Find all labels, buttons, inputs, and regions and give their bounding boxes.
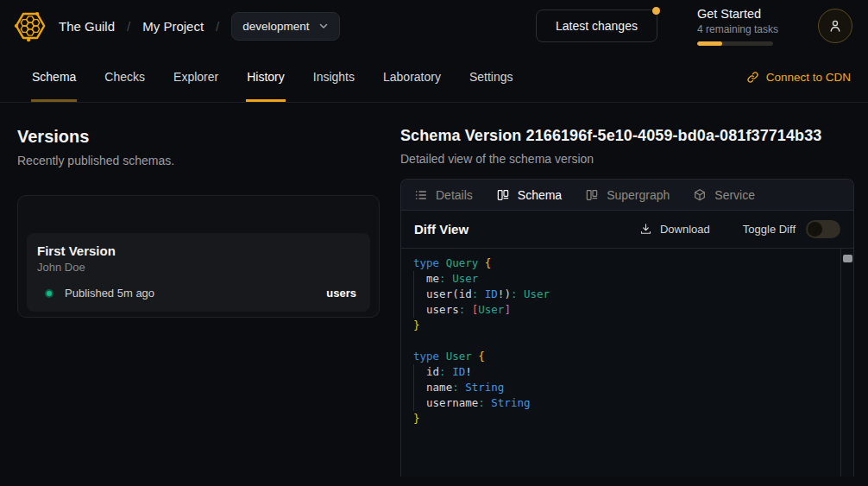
version-author: John Doe — [37, 261, 356, 274]
diff-view-toolbar: Diff View Download Toggle Diff — [401, 211, 853, 249]
versions-panel: Versions Recently published schemas. Fir… — [17, 127, 380, 477]
download-button[interactable]: Download — [639, 223, 710, 236]
breadcrumb-project[interactable]: My Project — [142, 19, 204, 34]
breadcrumb-org[interactable]: The Guild — [59, 19, 115, 34]
code-line: } — [413, 411, 841, 426]
nav-tab-history[interactable]: History — [246, 52, 286, 102]
detail-tab-schema[interactable]: Schema — [496, 188, 562, 202]
download-label: Download — [660, 223, 710, 236]
versions-subtitle: Recently published schemas. — [17, 154, 380, 167]
toggle-diff-knob — [808, 222, 822, 237]
nav-tab-list: SchemaChecksExplorerHistoryInsightsLabor… — [31, 52, 514, 102]
version-list-item[interactable]: First Version John Doe Published 5m ago … — [27, 233, 370, 312]
link-icon — [746, 71, 759, 84]
breadcrumb: The Guild / My Project / — [59, 19, 219, 34]
code-line: user(id: ID!): User — [413, 287, 841, 302]
download-icon — [639, 223, 652, 236]
notification-dot — [652, 7, 660, 15]
version-status: Published 5m ago — [65, 287, 154, 300]
environment-selector-value: development — [242, 20, 309, 33]
code-line: name: String — [413, 380, 841, 395]
get-started-progress-fill — [697, 41, 722, 46]
code-line: } — [413, 318, 841, 333]
code-line: id: ID! — [413, 364, 841, 380]
detail-tab-label: Details — [436, 188, 473, 202]
code-line: username: String — [413, 395, 841, 411]
columns-icon — [496, 188, 510, 202]
primary-nav: SchemaChecksExplorerHistoryInsightsLabor… — [0, 52, 868, 103]
chevron-down-icon — [318, 21, 329, 31]
get-started-subtitle: 4 remaining tasks — [697, 23, 778, 35]
columns-icon — [585, 188, 599, 202]
latest-changes-button[interactable]: Latest changes — [536, 9, 657, 42]
detail-tab-label: Schema — [518, 188, 562, 202]
code-scrollbar[interactable] — [840, 249, 853, 477]
versions-title: Versions — [17, 127, 380, 147]
schema-detail-card: DetailsSchemaSupergraphService Diff View… — [400, 179, 854, 477]
schema-version-subtitle: Detailed view of the schema version — [400, 152, 854, 166]
guild-logo-icon[interactable] — [14, 9, 47, 42]
environment-selector[interactable]: development — [231, 12, 339, 41]
nav-tab-laboratory[interactable]: Laboratory — [382, 52, 442, 102]
code-line: users: [User] — [413, 302, 841, 318]
person-icon — [827, 18, 843, 34]
user-avatar[interactable] — [818, 9, 852, 43]
service-tag: users — [326, 287, 356, 300]
toggle-diff-switch[interactable] — [806, 220, 840, 238]
app-header: The Guild / My Project / development Lat… — [0, 0, 868, 52]
latest-changes-label: Latest changes — [556, 19, 638, 33]
toggle-diff-label: Toggle Diff — [743, 223, 796, 236]
version-name: First Version — [37, 243, 356, 258]
indent-guide — [413, 271, 414, 318]
indent-guide — [413, 364, 414, 411]
get-started-widget[interactable]: Get Started 4 remaining tasks — [697, 7, 778, 46]
detail-tab-label: Supergraph — [607, 188, 670, 202]
breadcrumb-separator: / — [216, 19, 219, 34]
nav-tab-settings[interactable]: Settings — [469, 52, 514, 102]
get-started-title: Get Started — [697, 7, 778, 21]
code-line: me: User — [413, 271, 841, 287]
list-icon — [414, 188, 428, 202]
connect-to-cdn-label: Connect to CDN — [766, 71, 851, 84]
get-started-progress-bar — [697, 41, 773, 46]
schema-code: type Query { me: User user(id: ID!): Use… — [413, 256, 841, 426]
code-line: type User { — [413, 349, 841, 364]
code-scrollbar-thumb[interactable] — [843, 255, 852, 262]
detail-tab-list: DetailsSchemaSupergraphService — [401, 180, 853, 211]
breadcrumb-separator: / — [127, 19, 130, 34]
nav-tab-checks[interactable]: Checks — [104, 52, 146, 102]
detail-tab-details[interactable]: Details — [414, 188, 473, 202]
code-line — [413, 333, 841, 349]
cube-icon — [693, 188, 707, 202]
detail-tab-supergraph[interactable]: Supergraph — [585, 188, 670, 202]
published-status-dot — [45, 289, 53, 298]
nav-tab-insights[interactable]: Insights — [312, 52, 355, 102]
detail-tab-label: Service — [714, 188, 755, 202]
nav-tab-explorer[interactable]: Explorer — [173, 52, 219, 102]
schema-code-viewer[interactable]: type Query { me: User user(id: ID!): Use… — [401, 249, 853, 477]
versions-card: First Version John Doe Published 5m ago … — [17, 195, 380, 318]
schema-version-title: Schema Version 2166196f-5e10-4059-bd0a-0… — [400, 127, 854, 145]
nav-tab-schema[interactable]: Schema — [31, 52, 77, 102]
detail-tab-service[interactable]: Service — [693, 188, 755, 202]
code-line: type Query { — [413, 256, 841, 271]
main-content: Versions Recently published schemas. Fir… — [0, 103, 868, 477]
diff-view-title: Diff View — [414, 222, 469, 237]
connect-to-cdn-button[interactable]: Connect to CDN — [746, 52, 851, 102]
version-detail-panel: Schema Version 2166196f-5e10-4059-bd0a-0… — [400, 127, 854, 477]
